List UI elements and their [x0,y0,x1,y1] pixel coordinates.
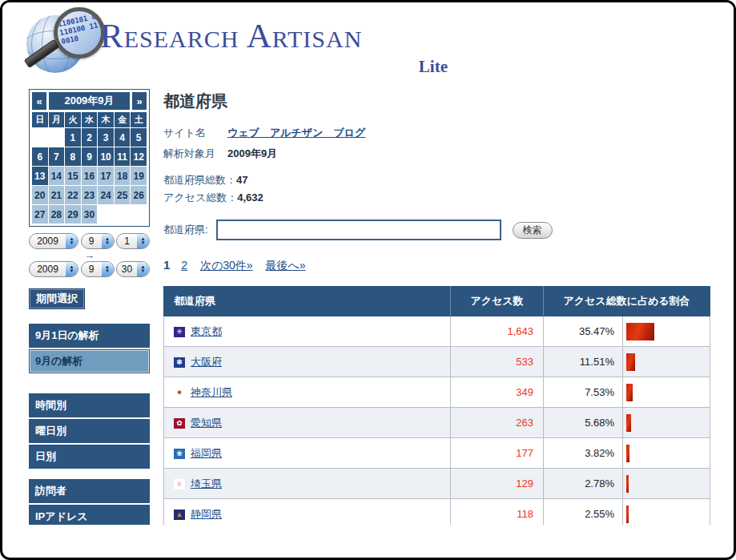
calendar-empty-cell [115,205,131,224]
calendar-empty-cell [32,128,48,147]
select-value: 30 [117,262,137,276]
stepper-arrows-icon: ▲▼ [66,262,78,276]
calendar-day-10[interactable]: 10 [98,147,114,166]
range-to-month-select[interactable]: 9▲▼ [81,261,115,277]
menu-group-0: 9月1日の解析9月の解析 [29,324,150,373]
prefecture-cell: ▲静岡県 [164,499,451,526]
calendar-day-1[interactable]: 1 [65,128,81,147]
calendar-day-18: 18 [115,167,131,185]
calendar-day-26: 26 [131,186,147,204]
prefecture-link[interactable]: 東京都 [191,325,222,337]
prefecture-total-row: 都道府県総数：47 [163,171,710,189]
calendar-day-6[interactable]: 6 [32,147,48,166]
calendar: « 2009年9月 » 日月火水木金土123456789101112131415… [29,89,150,227]
prefecture-link[interactable]: 神奈川県 [191,386,232,398]
table-header-row: 都道府県 アクセス数 アクセス総数に占める割合 [164,287,710,316]
calendar-day-30: 30 [82,205,98,224]
prefecture-link[interactable]: 愛知県 [191,417,222,429]
table-row: ▲静岡県1182.55% [164,499,710,526]
access-percent: 35.47% [544,316,623,347]
table-row: ❀福岡県1773.82% [164,438,710,469]
prefecture-total-value: 47 [236,174,247,186]
app-logo: 1100101 0110100 110010 Research Artisan … [26,7,451,84]
screenshot-frame: 1100101 0110100 110010 Research Artisan … [0,0,736,560]
access-count: 349 [451,377,544,408]
access-bar-cell [623,377,710,408]
access-count: 129 [451,469,544,499]
range-from-month-select[interactable]: 9▲▼ [81,233,115,249]
calendar-day-11[interactable]: 11 [115,147,131,166]
binary-text: 1100101 0110100 110010 [57,12,103,46]
calendar-day-3[interactable]: 3 [98,128,114,147]
sidebar-item-IPアドレス[interactable]: IPアドレス [29,505,150,525]
calendar-day-15: 15 [65,167,81,185]
menu-group-1: 時間別曜日別日別 [29,393,150,469]
calendar-day-19: 19 [131,167,147,185]
calendar-empty-cell [131,205,147,224]
access-bar [626,384,633,401]
calendar-day-21: 21 [49,186,65,204]
brand-subtitle: Lite [100,57,451,77]
stepper-arrows-icon: ▲▼ [102,262,114,276]
access-percent: 2.55% [544,499,623,526]
range-from-year-select[interactable]: 2009▲▼ [29,233,78,249]
sidebar-item-訪問者[interactable]: 訪問者 [29,479,150,503]
pagination: 1 2 次の30件» 最後へ» [163,258,710,273]
prefecture-cell: ✷神奈川県 [164,377,451,408]
sidebar: « 2009年9月 » 日月火水木金土123456789101112131415… [29,89,150,525]
calendar-day-27: 27 [32,205,48,224]
prefecture-link[interactable]: 埼玉県 [191,477,222,489]
pagination-last-link[interactable]: 最後へ» [266,259,306,272]
range-to-year-select[interactable]: 2009▲▼ [29,261,78,277]
calendar-next-button[interactable]: » [132,92,147,110]
access-bar [626,475,629,493]
tokyo-flag-icon: ✳ [174,327,185,337]
search-row: 都道府県: 検索 [163,220,710,240]
calendar-prev-button[interactable]: « [32,92,46,110]
calendar-day-13[interactable]: 13 [32,167,48,185]
sidebar-item-9月1日の解析[interactable]: 9月1日の解析 [29,324,150,348]
search-button[interactable]: 検索 [513,222,553,239]
page-content: 1100101 0110100 110010 Research Artisan … [2,2,734,525]
calendar-day-4[interactable]: 4 [115,128,131,147]
access-percent: 5.68% [544,408,623,438]
calendar-day-9[interactable]: 9 [82,147,98,166]
range-to-day-select[interactable]: 30▲▼ [116,261,150,277]
access-bar-cell [623,316,710,347]
stepper-arrows-icon: ▲▼ [137,234,149,248]
header-access-share: アクセス総数に占める割合 [544,287,710,316]
search-label: 都道府県: [163,223,208,237]
range-to-row: 2009▲▼9▲▼30▲▼ [29,261,150,277]
weekday-label: 土 [131,112,147,127]
site-name-link[interactable]: ウェブ アルチザン ブログ [227,125,365,141]
calendar-nav: « 2009年9月 » [32,92,147,110]
prefecture-search-input[interactable] [216,220,501,240]
range-from-row: 2009▲▼9▲▼1▲▼ [29,233,150,249]
pagination-page-2-link[interactable]: 2 [181,259,187,272]
calendar-day-23: 23 [82,186,98,204]
access-bar-cell [623,347,710,377]
range-from-day-select[interactable]: 1▲▼ [116,233,150,249]
sidebar-item-時間別[interactable]: 時間別 [29,393,150,417]
sidebar-item-曜日別[interactable]: 曜日別 [29,419,150,443]
calendar-day-5[interactable]: 5 [131,128,147,147]
prefecture-link[interactable]: 静岡県 [191,508,222,520]
calendar-day-12[interactable]: 12 [131,147,147,166]
calendar-day-2[interactable]: 2 [82,128,98,147]
pagination-next-30-link[interactable]: 次の30件» [200,259,253,272]
calendar-day-7[interactable]: 7 [49,147,65,166]
access-count: 263 [451,408,544,438]
prefecture-link[interactable]: 福岡県 [191,447,222,459]
calendar-day-8[interactable]: 8 [65,147,81,166]
weekday-label: 日 [32,112,48,127]
access-bar [626,353,635,371]
period-select-button[interactable]: 期間選択 [29,288,85,309]
sidebar-item-9月の解析[interactable]: 9月の解析 [29,349,150,373]
sidebar-item-日別[interactable]: 日別 [29,445,150,469]
prefecture-link[interactable]: 大阪府 [191,356,222,368]
prefecture-total-label: 都道府県総数： [163,174,236,186]
prefecture-cell: ○埼玉県 [164,469,451,499]
select-value: 2009 [30,234,66,248]
access-percent: 3.82% [544,438,623,469]
access-count: 118 [451,499,544,526]
